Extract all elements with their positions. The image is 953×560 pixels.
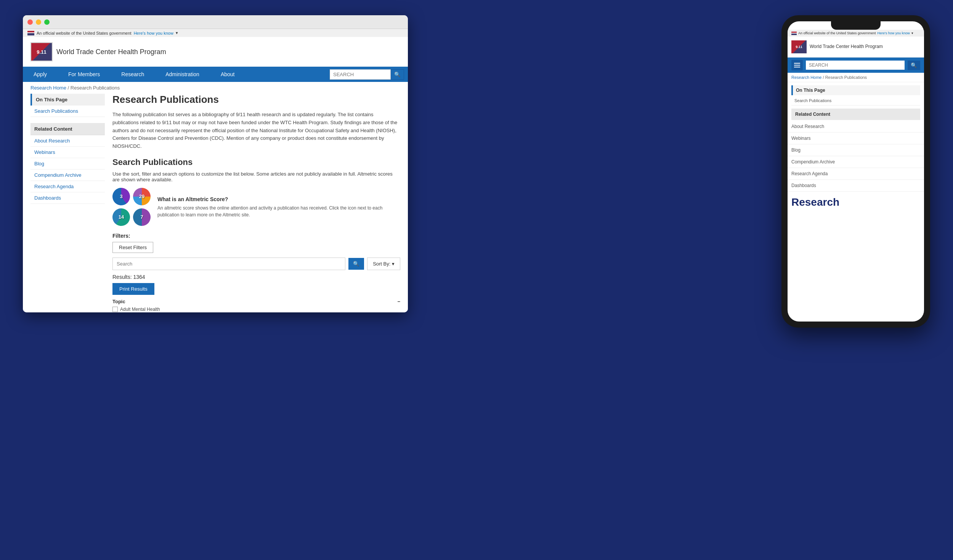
- phone-logo-num: 9.11: [796, 45, 802, 49]
- sidebar-about-research[interactable]: About Research: [30, 135, 105, 147]
- altmetric-title: What is an Altmetric Score?: [157, 196, 400, 202]
- on-this-page-heading: On This Page: [30, 94, 105, 106]
- intro-text: The following publication list serves as…: [112, 111, 400, 150]
- altmetric-section: 3 29 14 7 What is an Altmetric Sc: [112, 188, 400, 227]
- sidebar: On This Page Search Publications Related…: [30, 94, 105, 312]
- maximize-btn[interactable]: [44, 19, 50, 25]
- us-flag-icon: [27, 31, 34, 35]
- sidebar-research-agenda[interactable]: Research Agenda: [30, 181, 105, 192]
- breadcrumb-home[interactable]: Research Home: [30, 85, 66, 91]
- phone-search-pub-item[interactable]: Search Publications: [791, 96, 920, 106]
- sidebar-webinars[interactable]: Webinars: [30, 147, 105, 158]
- phone-gov-banner: An official website of the United States…: [788, 30, 924, 37]
- altmetric-badge-14[interactable]: 14: [112, 208, 130, 226]
- badge-num-7: 7: [140, 214, 143, 220]
- altmetric-badges: 3 29 14 7: [112, 188, 151, 227]
- main-content: Research Publications The following publ…: [112, 94, 400, 312]
- nav-for-members[interactable]: For Members: [58, 67, 111, 82]
- phone-search-button[interactable]: 🔍: [908, 61, 920, 70]
- minimize-btn[interactable]: [36, 19, 41, 25]
- gov-banner-text: An official website of the United States…: [37, 31, 132, 35]
- page-title: Research Publications: [112, 94, 400, 106]
- phone-on-this-page-section: On This Page Search Publications: [791, 85, 920, 106]
- phone-gov-arrow: ▾: [911, 31, 913, 35]
- nav-search-input[interactable]: [330, 69, 391, 80]
- phone-search-input[interactable]: [806, 61, 905, 70]
- search-section-title: Search Publications: [112, 157, 400, 167]
- nav-apply[interactable]: Apply: [23, 67, 58, 82]
- topic-heading: Topic −: [112, 299, 400, 304]
- phone-related-heading: Related Content: [791, 109, 920, 120]
- badge-num-3: 3: [120, 194, 122, 199]
- topic-collapse-icon[interactable]: −: [397, 299, 400, 304]
- main-layout: On This Page Search Publications Related…: [23, 94, 408, 312]
- search-desc: Use the sort, filter and search options …: [112, 171, 400, 182]
- phone-related-dashboards[interactable]: Dashboards: [788, 180, 924, 192]
- main-nav: Apply For Members Research Administratio…: [23, 67, 408, 82]
- hamburger-icon: [794, 67, 800, 67]
- pub-search-input[interactable]: [112, 258, 345, 270]
- phone-breadcrumb-current: Research Publications: [825, 75, 867, 80]
- nav-administration[interactable]: Administration: [155, 67, 210, 82]
- phone-related-about[interactable]: About Research: [788, 121, 924, 133]
- sort-by-button[interactable]: Sort By: ▾: [367, 258, 400, 270]
- phone-gov-link[interactable]: Here's how you know: [877, 31, 910, 35]
- topic-label-adult: Adult Mental Health: [120, 307, 160, 312]
- sidebar-search-publications[interactable]: Search Publications: [30, 106, 105, 117]
- hamburger-icon: [794, 65, 800, 66]
- nav-search-button[interactable]: 🔍: [391, 69, 404, 80]
- sort-label: Sort By:: [373, 261, 390, 267]
- phone-related-blog[interactable]: Blog: [788, 144, 924, 156]
- hamburger-icon: [794, 63, 800, 64]
- phone-breadcrumb-home[interactable]: Research Home: [791, 75, 821, 80]
- phone-related-agenda[interactable]: Research Agenda: [788, 168, 924, 180]
- site-logo: 9.11 World Trade Center Health Program: [30, 42, 166, 61]
- pub-search-button[interactable]: 🔍: [348, 258, 364, 270]
- phone-research-title: Research: [791, 196, 920, 208]
- phone-site-name: World Trade Center Health Program: [810, 44, 883, 50]
- phone-gov-text: An official website of the United States…: [798, 31, 876, 35]
- related-content-section: Related Content About Research Webinars …: [30, 123, 105, 204]
- logo-box: 9.11: [30, 42, 53, 61]
- nav-search-area: 🔍: [326, 67, 408, 82]
- filters-bar: Filters: Reset Filters 🔍 Sort By: ▾ Resu…: [112, 233, 400, 312]
- related-heading: Related Content: [30, 123, 105, 135]
- topic-label: Topic: [112, 299, 125, 304]
- sidebar-compendium[interactable]: Compendium Archive: [30, 170, 105, 181]
- nav-research[interactable]: Research: [111, 67, 155, 82]
- pub-search-row: 🔍 Sort By: ▾: [112, 258, 400, 270]
- logo-number: 9.11: [37, 49, 46, 55]
- phone-related-webinars[interactable]: Webinars: [788, 133, 924, 144]
- sort-arrow: ▾: [392, 261, 395, 267]
- nav-about[interactable]: About: [210, 67, 245, 82]
- gov-banner-link[interactable]: Here's how you know: [134, 31, 173, 35]
- altmetric-badge-3[interactable]: 3: [112, 188, 130, 205]
- gov-banner: An official website of the United States…: [23, 29, 408, 37]
- phone-content: An official website of the United States…: [788, 21, 924, 322]
- altmetric-badge-29[interactable]: 29: [133, 188, 151, 205]
- breadcrumb-sep: /: [68, 85, 69, 91]
- phone-breadcrumb: Research Home / Research Publications: [788, 73, 924, 82]
- site-header: 9.11 World Trade Center Health Program: [23, 37, 408, 67]
- phone-on-this-page-heading: On This Page: [791, 85, 920, 95]
- phone-research-section: Research: [788, 192, 924, 214]
- browser-titlebar: [23, 15, 408, 29]
- results-count: Results: 1364: [112, 274, 400, 280]
- print-results-button[interactable]: Print Results: [112, 283, 154, 295]
- close-btn[interactable]: [27, 19, 33, 25]
- altmetric-badge-7[interactable]: 7: [133, 208, 151, 226]
- breadcrumb-current: Research Publications: [71, 85, 120, 91]
- badge-num-29: 29: [139, 194, 144, 199]
- topic-section: Topic − Adult Mental Health Cancer: [112, 299, 400, 312]
- phone-related-compendium[interactable]: Compendium Archive: [788, 156, 924, 168]
- phone-breadcrumb-sep: /: [823, 75, 824, 80]
- phone-notch: [831, 21, 881, 30]
- altmetric-desc: An altmetric score shows the online atte…: [157, 205, 400, 218]
- phone-menu-button[interactable]: [791, 60, 803, 70]
- reset-filters-button[interactable]: Reset Filters: [112, 242, 153, 253]
- sidebar-dashboards[interactable]: Dashboards: [30, 192, 105, 204]
- phone-header: 9.11 World Trade Center Health Program: [788, 37, 924, 58]
- phone-inner: An official website of the United States…: [788, 21, 924, 322]
- topic-checkbox-adult[interactable]: [112, 307, 118, 312]
- sidebar-blog[interactable]: Blog: [30, 158, 105, 170]
